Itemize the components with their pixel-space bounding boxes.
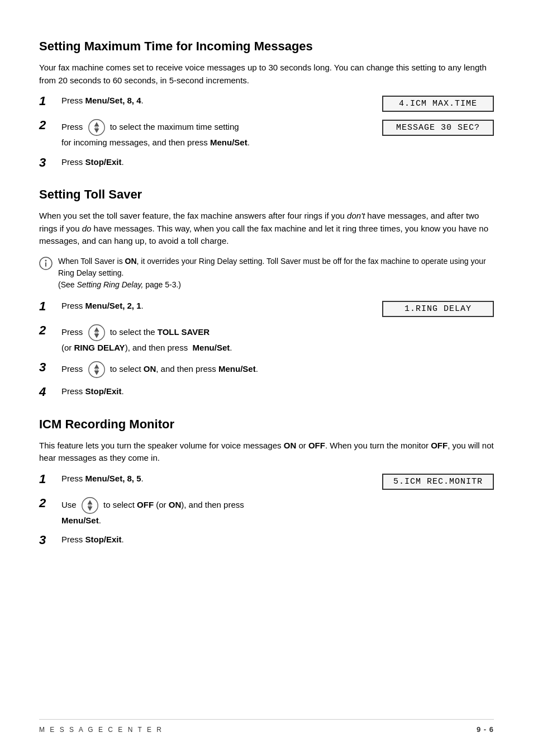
lcd-display: 4.ICM MAX.TIME (382, 96, 494, 112)
step-text: Press or to select the maximum time sett… (61, 122, 239, 131)
step-num: 4 (39, 384, 59, 400)
footer-page: 9 - 6 (477, 725, 494, 734)
step-num: 1 (39, 471, 59, 488)
step-2-max-time: 2 Press or to select the maximum time se… (39, 117, 494, 149)
step-num: 2 (39, 323, 59, 339)
step-command: Stop/Exit (85, 535, 122, 544)
step-text: Press Menu/Set, 8, 5. (61, 474, 144, 483)
step-command: OFF (137, 500, 154, 509)
step-command: Menu/Set, 8, 4 (85, 96, 141, 105)
step-1-max-time: 1 Press Menu/Set, 8, 4. 4.ICM MAX.TIME (39, 93, 494, 112)
lcd-display: 5.ICM REC.MONITR (382, 474, 494, 490)
section-max-time-intro: Your fax machine comes set to receive vo… (39, 62, 494, 87)
step-command: Menu/Set (193, 343, 230, 352)
note-text: When Toll Saver is ON, it overrides your… (58, 256, 494, 291)
svg-point-9 (45, 259, 47, 261)
step-num: 1 (39, 93, 59, 110)
section-icm-monitor-title: ICM Recording Monitor (39, 417, 494, 432)
step-command: Menu/Set, 2, 1 (85, 301, 141, 310)
page-footer: M E S S A G E C E N T E R 9 - 6 (39, 719, 494, 734)
step-command: Menu/Set (61, 516, 99, 525)
step-sub: (or RING DELAY), and then press Menu/Set… (61, 343, 232, 352)
step-content: Press Stop/Exit. (61, 384, 494, 398)
info-icon (39, 257, 53, 270)
step-2-toll-saver: 2 Press or to select the TOLL SAVER (or … (39, 323, 494, 355)
step-command: Menu/Set (218, 364, 256, 374)
step-content: Use or to select OFF (or ON), and then p… (61, 495, 494, 527)
section-max-time-title: Setting Maximum Time for Incoming Messag… (39, 39, 494, 54)
step-content: Press Menu/Set, 8, 4. (61, 93, 360, 107)
note-box: When Toll Saver is ON, it overrides your… (39, 256, 494, 291)
updown-arrow-icon: or (81, 497, 99, 514)
step-content: Press or to select the maximum time sett… (61, 117, 360, 149)
step-4-toll-saver: 4 Press Stop/Exit. (39, 384, 494, 400)
section-toll-saver: Setting Toll Saver When you set the toll… (39, 187, 494, 400)
step-num: 1 (39, 299, 59, 315)
step-3-icm-monitor: 3 Press Stop/Exit. (39, 532, 494, 549)
lcd-display: MESSAGE 30 SEC? (382, 120, 494, 136)
step-content: Press or to select the TOLL SAVER (or RI… (61, 323, 494, 355)
step-content: Press or to select ON, and then press Me… (61, 360, 494, 379)
section-toll-saver-title: Setting Toll Saver (39, 187, 494, 202)
footer-chapter: M E S S A G E C E N T E R (39, 726, 163, 734)
section-toll-saver-intro: When you set the toll saver feature, the… (39, 210, 494, 248)
section-max-time: Setting Maximum Time for Incoming Messag… (39, 39, 494, 171)
step-num: 3 (39, 155, 59, 171)
step-sub: for incoming messages, and then press Me… (61, 138, 250, 147)
step-command: Stop/Exit (85, 386, 122, 396)
step-text: Press or to select the TOLL SAVER (61, 327, 210, 337)
section-icm-monitor: ICM Recording Monitor This feature lets … (39, 417, 494, 549)
step-text: Press Menu/Set, 8, 4. (61, 96, 144, 105)
updown-arrow-icon: or (88, 324, 106, 342)
step-text: Press Stop/Exit. (61, 157, 124, 167)
svg-text:or: or (94, 126, 98, 130)
step-content: Press Menu/Set, 8, 5. (61, 471, 360, 485)
step-command: RING DELAY (74, 343, 125, 352)
svg-rect-10 (45, 262, 46, 267)
svg-text:or: or (88, 503, 92, 508)
step-3-toll-saver: 3 Press or to select ON, and then press … (39, 360, 494, 379)
step-2-icm-monitor: 2 Use or to select OFF (or ON), and then… (39, 495, 494, 527)
step-3-max-time: 3 Press Stop/Exit. (39, 155, 494, 171)
svg-text:or: or (94, 368, 98, 372)
section-icm-monitor-intro: This feature lets you turn the speaker v… (39, 440, 494, 465)
step-command: Stop/Exit (85, 157, 122, 167)
step-command: Menu/Set, 8, 5 (85, 474, 141, 483)
lcd-display: 1.RING DELAY (382, 301, 494, 317)
step-command: TOLL SAVER (158, 327, 210, 337)
updown-arrow-icon: or (88, 119, 106, 136)
step-text: Use or to select OFF (or ON), and then p… (61, 500, 244, 509)
step-num: 3 (39, 532, 59, 549)
step-text: Press Menu/Set, 2, 1. (61, 301, 144, 310)
step-1-icm-monitor: 1 Press Menu/Set, 8, 5. 5.ICM REC.MONITR (39, 471, 494, 490)
step-content: Press Stop/Exit. (61, 155, 494, 169)
step-text: Press Stop/Exit. (61, 535, 124, 544)
page-container: Setting Maximum Time for Incoming Messag… (39, 39, 494, 549)
step-num: 2 (39, 117, 59, 134)
step-content: Press Menu/Set, 2, 1. (61, 299, 360, 313)
step-text: Press or to select ON, and then press Me… (61, 364, 258, 374)
step-1-toll-saver: 1 Press Menu/Set, 2, 1. 1.RING DELAY (39, 299, 494, 317)
svg-text:or: or (94, 330, 98, 335)
updown-arrow-icon: or (88, 361, 106, 379)
step-command: ON (169, 500, 182, 509)
step-num: 2 (39, 495, 59, 512)
step-content: Press Stop/Exit. (61, 532, 494, 546)
step-text: Press Stop/Exit. (61, 386, 124, 396)
step-command: ON (144, 364, 156, 374)
step-num: 3 (39, 360, 59, 376)
step-command: Menu/Set (210, 138, 248, 147)
